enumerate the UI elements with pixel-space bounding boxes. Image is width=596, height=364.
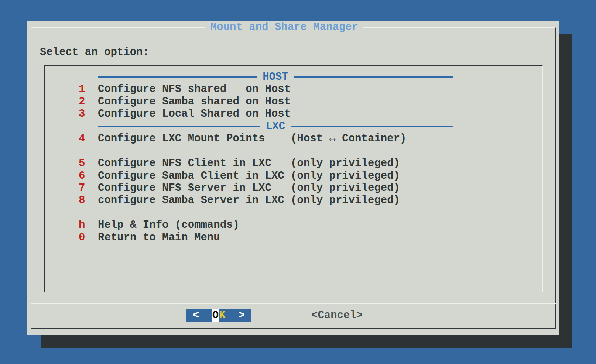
menu-item-hotkey: h	[79, 219, 98, 231]
ok-hotkey-char: K	[219, 309, 226, 322]
menu-item-label: Configure Samba shared on Host	[98, 96, 291, 108]
ok-button-gap	[232, 309, 238, 322]
ok-button-gap	[199, 309, 206, 322]
menu-blank-row	[45, 207, 542, 219]
menu-item-4[interactable]: 4Configure LXC Mount Points (Host ↔ Cont…	[45, 133, 542, 145]
section-separator: LXC	[45, 120, 542, 133]
terminal-screen: Mount and Share Manager Select an option…	[0, 0, 596, 364]
menu-item-5[interactable]: 5Configure NFS Client in LXC (only privi…	[45, 157, 542, 169]
separator-line	[98, 126, 260, 127]
menu-item-label: Configure LXC Mount Points (Host ↔ Conta…	[98, 133, 406, 145]
menu-item-label: Help & Info (commands)	[98, 219, 239, 231]
menu-item-hotkey: 7	[79, 182, 98, 194]
menu-item-7[interactable]: 7Configure NFS Server in LXC (only privi…	[45, 182, 542, 194]
menu-item-hotkey: 6	[79, 170, 98, 182]
section-separator: HOST	[45, 71, 542, 83]
menu-item-hotkey: 8	[79, 194, 98, 206]
ok-button-padding	[186, 309, 193, 322]
menu-item-hotkey: 5	[79, 157, 98, 169]
menu-item-8[interactable]: 8configure Samba Server in LXC (only pri…	[45, 194, 542, 206]
menu-item-1[interactable]: 1Configure NFS shared on Host	[45, 83, 542, 95]
menu-item-label: Configure Local Shared on Host	[98, 108, 291, 120]
ok-cursor-char: O	[212, 309, 219, 322]
menu-list: HOST1Configure NFS shared on Host2Config…	[44, 65, 543, 292]
menu-item-0[interactable]: 0Return to Main Menu	[45, 231, 542, 244]
dialog-title: Mount and Share Manager	[27, 21, 541, 33]
ok-right-bracket: >	[238, 309, 245, 322]
menu-item-label: Configure NFS Client in LXC (only privil…	[98, 157, 400, 169]
menu-item-label: configure Samba Server in LXC (only priv…	[98, 194, 400, 206]
separator-line	[294, 76, 453, 78]
separator-line	[291, 126, 453, 127]
section-label: HOST	[257, 71, 294, 83]
prompt-label: Select an option:	[40, 46, 149, 58]
menu-item-label: Configure NFS shared on Host	[98, 83, 291, 95]
menu-item-label: Configure Samba Client in LXC (only priv…	[98, 170, 400, 182]
menu-item-6[interactable]: 6Configure Samba Client in LXC (only pri…	[45, 170, 542, 182]
menu-item-hotkey: 0	[79, 231, 98, 244]
menu-blank-row	[45, 145, 542, 157]
ok-button-padding	[245, 309, 251, 322]
menu-item-2[interactable]: 2Configure Samba shared on Host	[45, 96, 542, 108]
menu-item-hotkey: 1	[79, 83, 98, 95]
cancel-button[interactable]: <Cancel>	[311, 309, 363, 322]
ok-button[interactable]: < OK >	[186, 309, 251, 322]
menu-item-hotkey: 4	[79, 133, 98, 145]
section-label: LXC	[260, 120, 291, 133]
ok-button-gap	[206, 309, 212, 322]
menu-item-label: Return to Main Menu	[98, 231, 220, 244]
menu-item-3[interactable]: 3Configure Local Shared on Host	[45, 108, 542, 120]
menu-item-label: Configure NFS Server in LXC (only privil…	[98, 182, 400, 194]
mount-share-manager-dialog: Mount and Share Manager Select an option…	[27, 21, 559, 335]
button-row-separator	[31, 303, 556, 304]
button-row: < OK > <Cancel>	[27, 309, 559, 322]
menu-item-h[interactable]: hHelp & Info (commands)	[45, 219, 542, 231]
menu-item-hotkey: 2	[79, 96, 98, 108]
ok-button-gap	[226, 309, 232, 322]
dialog-title-text: Mount and Share Manager	[205, 21, 363, 33]
separator-line	[98, 76, 257, 78]
menu-item-hotkey: 3	[79, 108, 98, 120]
ok-left-bracket: <	[193, 309, 199, 322]
